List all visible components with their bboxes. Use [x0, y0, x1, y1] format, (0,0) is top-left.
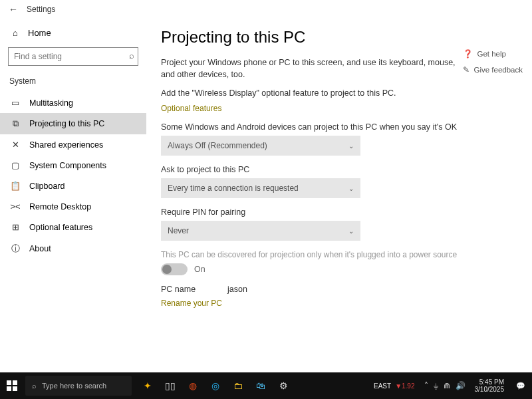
- remote-desktop-icon: ><: [9, 201, 21, 211]
- copilot-button[interactable]: ✦: [138, 372, 157, 399]
- tray-wifi-icon[interactable]: ⋒: [444, 381, 450, 390]
- clipboard-icon: 📋: [9, 181, 21, 191]
- office-icon: ◍: [189, 380, 197, 391]
- ask-value: Every time a connection is requested: [168, 184, 299, 193]
- discover-toggle-label: On: [194, 265, 205, 274]
- taskbar-clock[interactable]: 5:45 PM 3/10/2025: [469, 378, 510, 393]
- taskbar: ⌕ Type here to search ✦ ▯▯ ◍ ◎ 🗀 🛍 ⚙ EAS…: [0, 372, 532, 399]
- sidebar-item-label: Projecting to this PC: [29, 119, 104, 128]
- windows-icon: [7, 380, 17, 391]
- sidebar-item-remote-desktop[interactable]: >< Remote Desktop: [0, 196, 146, 217]
- help-icon: ❓: [463, 49, 473, 59]
- taskbar-app-office[interactable]: ◍: [184, 372, 202, 399]
- availability-dropdown[interactable]: Always Off (Recommended) ⌄: [161, 136, 360, 156]
- sidebar-item-label: Shared experiences: [29, 140, 103, 150]
- search-icon: ⌕: [32, 382, 37, 390]
- sidebar-item-label: Optional features: [29, 223, 92, 232]
- folder-icon: 🗀: [233, 380, 243, 391]
- sidebar-item-shared-experiences[interactable]: ✕ Shared experiences: [0, 134, 146, 155]
- edge-icon: ◎: [211, 380, 219, 391]
- sidebar: ⌂ Home ⌕ System ▭ Multitasking ⧉ Project…: [0, 19, 146, 372]
- sidebar-group-label: System: [0, 72, 146, 92]
- taskbar-app-store[interactable]: 🛍: [251, 372, 270, 399]
- sidebar-item-about[interactable]: ⓘ About: [0, 237, 146, 260]
- taskbar-news-widget[interactable]: EAST ▼1.92: [368, 382, 420, 390]
- stock-delta: ▼1.92: [395, 382, 414, 390]
- stock-name: EAST: [374, 382, 391, 390]
- sidebar-item-label: System Components: [29, 161, 106, 170]
- setting-availability-label: Some Windows and Android devices can pro…: [161, 122, 467, 132]
- taskbar-search[interactable]: ⌕ Type here to search: [25, 376, 132, 396]
- setting-pin-label: Require PIN for pairing: [161, 207, 467, 217]
- chevron-down-icon: ⌄: [348, 185, 354, 192]
- clock-date: 3/10/2025: [475, 386, 505, 393]
- discover-toggle[interactable]: [161, 263, 188, 275]
- clock-time: 5:45 PM: [475, 378, 505, 386]
- get-help-link[interactable]: ❓ Get help: [463, 49, 523, 59]
- sidebar-item-label: Clipboard: [29, 182, 65, 191]
- taskbar-search-placeholder: Type here to search: [42, 382, 106, 390]
- action-center-button[interactable]: 💬: [509, 372, 532, 399]
- start-button[interactable]: [0, 372, 24, 399]
- multitasking-icon: ▭: [9, 98, 21, 108]
- optional-features-icon: ⊞: [9, 222, 21, 232]
- tray-chevron-icon[interactable]: ˄: [424, 381, 428, 390]
- window-title: Settings: [27, 5, 55, 14]
- pin-value: Never: [168, 226, 189, 235]
- taskbar-app-settings[interactable]: ⚙: [274, 372, 293, 399]
- components-icon: ▢: [9, 160, 21, 170]
- sidebar-item-system-components[interactable]: ▢ System Components: [0, 155, 146, 176]
- projecting-icon: ⧉: [9, 118, 21, 129]
- sidebar-home-label: Home: [28, 28, 51, 38]
- svg-rect-0: [7, 380, 11, 385]
- notification-icon: 💬: [516, 382, 525, 390]
- store-icon: 🛍: [256, 380, 265, 391]
- feedback-icon: ✎: [463, 65, 469, 74]
- pcname-key: PC name: [161, 285, 201, 294]
- feature-note: Add the "Wireless Display" optional feat…: [161, 88, 467, 98]
- optional-features-link[interactable]: Optional features: [161, 104, 221, 113]
- pin-dropdown[interactable]: Never ⌄: [161, 221, 360, 241]
- back-button[interactable]: ←: [5, 4, 21, 15]
- taskbar-app-edge[interactable]: ◎: [206, 372, 225, 399]
- tray-volume-icon[interactable]: 🔊: [456, 381, 466, 390]
- chevron-down-icon: ⌄: [348, 227, 354, 235]
- taskview-icon: ▯▯: [165, 380, 176, 391]
- power-note: This PC can be discovered for projection…: [161, 250, 467, 259]
- shared-experiences-icon: ✕: [9, 140, 21, 150]
- give-feedback-link[interactable]: ✎ Give feedback: [463, 65, 523, 74]
- sidebar-item-optional-features[interactable]: ⊞ Optional features: [0, 217, 146, 237]
- sidebar-item-clipboard[interactable]: 📋 Clipboard: [0, 176, 146, 196]
- tray-network-icon[interactable]: ⏚: [434, 381, 438, 390]
- home-icon: ⌂: [9, 28, 21, 38]
- page-title: Projecting to this PC: [161, 28, 519, 47]
- sidebar-home[interactable]: ⌂ Home: [0, 24, 146, 42]
- svg-rect-1: [13, 380, 17, 385]
- chevron-down-icon: ⌄: [348, 142, 354, 150]
- pcname-value: jason: [227, 285, 247, 294]
- sidebar-item-projecting[interactable]: ⧉ Projecting to this PC: [0, 113, 146, 134]
- gear-icon: ⚙: [279, 380, 288, 391]
- about-icon: ⓘ: [9, 243, 21, 255]
- svg-rect-2: [7, 386, 11, 391]
- sidebar-item-label: Remote Desktop: [29, 202, 91, 211]
- get-help-label: Get help: [477, 50, 505, 58]
- give-feedback-label: Give feedback: [473, 66, 523, 74]
- svg-rect-3: [13, 386, 17, 391]
- rename-pc-link[interactable]: Rename your PC: [161, 299, 222, 308]
- taskbar-app-explorer[interactable]: 🗀: [229, 372, 247, 399]
- sidebar-item-label: About: [29, 244, 51, 253]
- copilot-icon: ✦: [144, 380, 152, 391]
- sidebar-item-multitasking[interactable]: ▭ Multitasking: [0, 92, 146, 113]
- intro-text: Project your Windows phone or PC to this…: [161, 57, 467, 80]
- availability-value: Always Off (Recommended): [168, 141, 267, 150]
- setting-ask-label: Ask to project to this PC: [161, 165, 467, 174]
- task-view-button[interactable]: ▯▯: [161, 372, 180, 399]
- sidebar-item-label: Multitasking: [29, 98, 73, 108]
- search-input[interactable]: [8, 47, 138, 66]
- ask-dropdown[interactable]: Every time a connection is requested ⌄: [161, 178, 360, 198]
- main-content: Projecting to this PC ❓ Get help ✎ Give …: [146, 19, 532, 372]
